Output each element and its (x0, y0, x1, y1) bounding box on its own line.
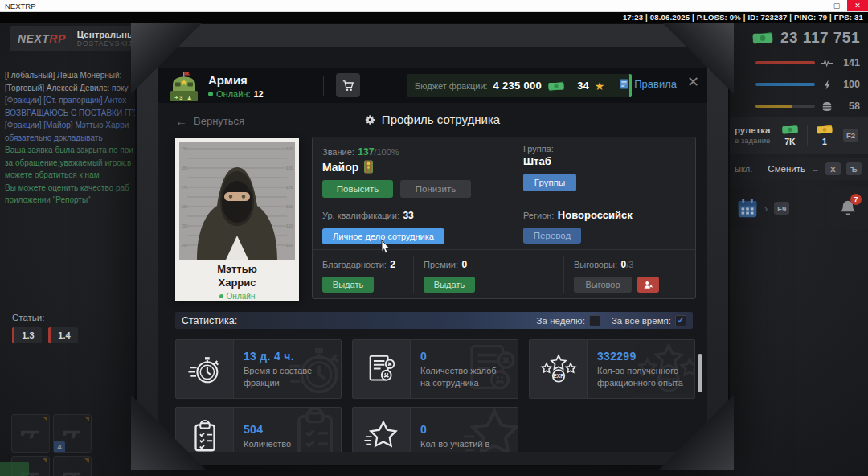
side-bottom-panels: › F9 7 (729, 187, 868, 229)
switch-panel: ыкл. Сменить → X Ъ (727, 158, 868, 180)
gear-icon (365, 114, 376, 125)
articles-label: Статьи: (12, 313, 78, 322)
key-x[interactable]: X (825, 162, 841, 175)
roulette-title: рулетка (735, 125, 776, 136)
svg-text:190: 190 (181, 146, 188, 151)
rules-label: Правила (634, 78, 677, 90)
reprimand-button[interactable]: Выговор (574, 277, 632, 293)
rules-link[interactable]: Правила (619, 78, 677, 90)
nextrp-logo: NEXTRP (18, 32, 66, 45)
alltime-filter-label: За всё время: (612, 316, 671, 326)
back-button[interactable]: ← Вернуться (175, 114, 244, 128)
qualification-value: 33 (403, 210, 413, 221)
stat-icon: EXP (540, 351, 577, 388)
svg-text:180: 180 (286, 166, 293, 170)
employee-photo-card: 190180170160150140 190180170160150140 Мэ… (175, 138, 299, 301)
promote-button[interactable]: Повысить (322, 180, 393, 198)
stat-value: 13 д. 4 ч. (244, 350, 331, 363)
close-app-icon[interactable]: ✕ (687, 75, 699, 89)
notifications-panel[interactable]: 7 (828, 187, 868, 229)
chat-message: за обращение,уважаемый игрок,в (5, 157, 145, 170)
calendar-icon (737, 198, 758, 219)
budget-money-icon (547, 80, 565, 92)
employee-details-panel: Звание: 137/100% Майор Повысить Понизить (312, 137, 696, 299)
cart-icon (342, 79, 355, 92)
window-title: NEXTRP (0, 2, 805, 10)
roulette-panel: рулетка е задание 7K 1 F2 (727, 117, 868, 154)
energy-value: 100 (839, 79, 860, 90)
thanks-value: 2 (390, 259, 395, 270)
status-text: 17:23 | 08.06.2025 | P.LOSS: 0% | ID: 72… (623, 13, 863, 22)
svg-text:160: 160 (181, 204, 188, 209)
week-checkbox[interactable] (589, 315, 600, 326)
calendar-panel[interactable]: › F9 (729, 187, 824, 229)
demote-button[interactable]: Понизить (400, 180, 471, 198)
app-header: +3 ▲ Армия Онлайн: 12 Бюджет фракции: 4 … (158, 68, 707, 103)
mugshot-photo: 190180170160150140 190180170160150140 (179, 142, 295, 260)
health-value: 141 (839, 57, 860, 68)
key-f9[interactable]: F9 (774, 202, 789, 215)
employee-name: Мэттью Харрис (179, 263, 295, 290)
maximize-button[interactable]: ▢ (826, 0, 847, 11)
stat-value: 332299 (597, 350, 685, 363)
status-dot-icon (219, 294, 223, 298)
budget-label: Бюджет фракции: (415, 81, 488, 91)
logo-next: NEXT (18, 32, 49, 45)
inventory-slot[interactable]: 4 (53, 414, 92, 453)
online-label: Онлайн: (216, 89, 250, 99)
shop-button[interactable] (336, 73, 360, 97)
hunger-value: 58 (839, 101, 860, 112)
key-soft-sign[interactable]: Ъ (846, 162, 862, 175)
weapon-icon (18, 428, 43, 437)
stat-icon (186, 418, 223, 452)
alltime-checkbox[interactable]: ✓ (675, 315, 686, 326)
statistics-cards: 13 д. 4 ч. Время в составе фракции 0 Кол… (175, 339, 696, 452)
groups-button[interactable]: Группы (523, 174, 576, 191)
svg-text:190: 190 (286, 146, 293, 151)
hunger-bar (755, 105, 815, 108)
person-x-icon (643, 280, 653, 290)
inventory-slot[interactable] (11, 414, 50, 453)
article-badge[interactable]: 1.4 (48, 327, 78, 343)
article-badge[interactable]: 1.3 (12, 327, 42, 343)
rank-label: Звание: (322, 147, 354, 157)
scrollbar-thumb[interactable] (698, 354, 702, 392)
rank-name: Майор (322, 161, 358, 174)
inventory-slot[interactable] (53, 456, 92, 476)
logo-panel: NEXTRP Центральный DOSTAEVSKIJ (10, 26, 150, 51)
minimize-button[interactable]: – (805, 0, 826, 11)
faction-tablet: +3 ▲ Армия Онлайн: 12 Бюджет фракции: 4 … (135, 23, 730, 466)
svg-text:170: 170 (181, 185, 188, 190)
chat-message: Ваша заявка была закрыта по при (5, 144, 145, 157)
roulette-text: рулетка е задание (727, 125, 776, 146)
region-value: Новороссийск (558, 209, 633, 221)
budget-divider (571, 80, 571, 92)
pickup-marker (0, 462, 29, 476)
stat-icon (363, 351, 400, 388)
transfer-button[interactable]: Перевод (523, 228, 581, 244)
stat-label: Количество жалоб на сотрудника (420, 365, 508, 388)
fire-employee-button[interactable] (637, 277, 659, 293)
budget-stars-value: 34 (577, 80, 588, 92)
chat-message: Вы можете оценить качество раб (5, 182, 145, 195)
stat-card: 0 Количество жалоб на сотрудника (352, 339, 518, 399)
logo-rp: RP (49, 32, 65, 45)
qualification-region-row: Ур. квалификации: 33 Личное дело сотрудн… (313, 199, 695, 250)
hud-health-row: 141 (739, 57, 860, 68)
svg-text:140: 140 (181, 243, 188, 248)
stat-card-icon-cell (176, 340, 234, 398)
grant-thanks-button[interactable]: Выдать (322, 277, 374, 293)
chat-message: ВОЗВРАЩАЮСЬ С ПОСТАВКИ ГРУ (5, 107, 145, 120)
close-window-button[interactable]: ✕ (847, 0, 868, 11)
reprimand-max: /3 (626, 260, 633, 269)
grant-bonus-button[interactable]: Выдать (424, 277, 475, 293)
hud-hunger-row: 58 (739, 101, 860, 112)
chat-message: [Фракции] [Ст. прапорщик] Антох (5, 94, 145, 107)
key-f2[interactable]: F2 (843, 129, 858, 142)
switch-state: ыкл. (735, 164, 762, 174)
statistics-title: Статистика: (182, 315, 526, 326)
chat-message: [Фракции] [Майор] Мэттью Харри (5, 119, 145, 132)
money-chip: 7K (776, 124, 804, 146)
svg-text:EXP: EXP (553, 373, 564, 379)
health-icon (821, 57, 833, 68)
